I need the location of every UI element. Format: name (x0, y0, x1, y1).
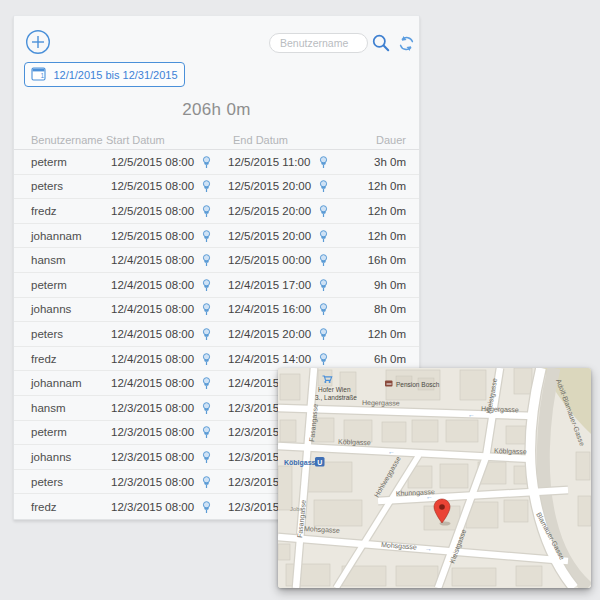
end-datetime-cell: 12/5/2015 00:00 (228, 254, 311, 266)
end-location-pin-icon[interactable] (317, 204, 330, 217)
start-location-pin-icon[interactable] (200, 155, 213, 168)
duration-cell: 6h 0m (374, 353, 406, 365)
header-end-datum: End Datum (233, 134, 288, 146)
start-datetime-cell: 12/3/2015 08:00 (111, 501, 194, 513)
username-cell: johanns (31, 451, 71, 463)
start-location-pin-icon[interactable] (200, 327, 213, 340)
start-datetime-cell: 12/4/2015 08:00 (111, 328, 194, 340)
end-location-pin-icon[interactable] (317, 278, 330, 291)
username-cell: peterm (31, 279, 67, 291)
username-cell: hansm (31, 402, 66, 414)
refresh-icon (397, 41, 416, 56)
duration-cell: 12h 0m (368, 328, 406, 340)
end-location-pin-icon[interactable] (317, 303, 330, 316)
start-datetime-cell: 12/3/2015 08:00 (111, 451, 194, 463)
start-location-pin-icon[interactable] (200, 204, 213, 217)
table-header: Benutzername Start Datum End Datum Dauer (14, 134, 419, 150)
start-datetime-cell: 12/4/2015 08:00 (111, 254, 194, 266)
start-location-pin-icon[interactable] (200, 352, 213, 365)
username-cell: johannam (31, 377, 82, 389)
end-location-pin-icon[interactable] (317, 229, 330, 242)
supermarket-label: 3., Landstraße (315, 394, 357, 401)
total-duration: 206h 0m (14, 100, 419, 120)
table-row[interactable]: peters 12/4/2015 08:00 12/4/2015 20:00 1… (14, 322, 419, 347)
username-cell: fredz (31, 205, 57, 217)
table-row[interactable]: johanns 12/4/2015 08:00 12/4/2015 16:00 … (14, 298, 419, 323)
end-datetime-cell: 12/3/2015 (228, 402, 279, 414)
username-cell: peterm (31, 156, 67, 168)
start-datetime-cell: 12/4/2015 08:00 (111, 303, 194, 315)
username-cell: fredz (31, 501, 57, 513)
table-row[interactable]: hansm 12/4/2015 08:00 12/5/2015 00:00 16… (14, 248, 419, 273)
end-datetime-cell: 12/3/2015 (228, 501, 279, 513)
end-location-pin-icon[interactable] (317, 180, 330, 193)
refresh-button[interactable] (396, 34, 416, 54)
start-datetime-cell: 12/5/2015 08:00 (111, 230, 194, 242)
search-input[interactable] (269, 33, 368, 53)
svg-text:U: U (317, 459, 322, 466)
start-location-pin-icon[interactable] (200, 278, 213, 291)
duration-cell: 16h 0m (368, 254, 406, 266)
start-datetime-cell: 12/4/2015 08:00 (111, 279, 194, 291)
end-location-pin-icon[interactable] (317, 352, 330, 365)
start-location-pin-icon[interactable] (200, 500, 213, 513)
end-location-pin-icon[interactable] (317, 155, 330, 168)
end-datetime-cell: 12/4/2015 (228, 377, 279, 389)
duration-cell: 3h 0m (374, 156, 406, 168)
end-datetime-cell: 12/5/2015 20:00 (228, 205, 311, 217)
start-location-pin-icon[interactable] (200, 450, 213, 463)
start-datetime-cell: 12/4/2015 08:00 (111, 377, 194, 389)
username-cell: hansm (31, 254, 66, 266)
start-location-pin-icon[interactable] (200, 180, 213, 193)
add-button[interactable] (25, 29, 51, 55)
username-cell: peters (31, 328, 63, 340)
end-datetime-cell: 12/5/2015 20:00 (228, 180, 311, 192)
ubahn-station-poi: Köblgasse U (284, 457, 325, 467)
start-datetime-cell: 12/3/2015 08:00 (111, 426, 194, 438)
username-cell: fredz (31, 353, 57, 365)
username-cell: peters (31, 476, 63, 488)
table-row[interactable]: peterm 12/4/2015 08:00 12/4/2015 17:00 9… (14, 273, 419, 298)
end-datetime-cell: 12/3/2015 (228, 426, 279, 438)
start-datetime-cell: 12/5/2015 08:00 (111, 156, 194, 168)
end-location-pin-icon[interactable] (317, 254, 330, 267)
end-datetime-cell: 12/4/2015 17:00 (228, 279, 311, 291)
duration-cell: 12h 0m (368, 205, 406, 217)
table-row[interactable]: peterm 12/5/2015 08:00 12/5/2015 11:00 3… (14, 150, 419, 175)
username-cell: johanns (31, 303, 71, 315)
header-benutzername: Benutzername (31, 134, 103, 146)
end-datetime-cell: 12/5/2015 11:00 (228, 156, 310, 168)
duration-cell: 12h 0m (368, 180, 406, 192)
start-datetime-cell: 12/5/2015 08:00 (111, 205, 194, 217)
map-popup[interactable]: Hegergasse Hegergasse Köblgasse Köblgass… (278, 368, 591, 588)
start-location-pin-icon[interactable] (200, 254, 213, 267)
end-location-pin-icon[interactable] (317, 327, 330, 340)
table-row[interactable]: peters 12/5/2015 08:00 12/5/2015 20:00 1… (14, 175, 419, 200)
end-datetime-cell: 12/5/2015 20:00 (228, 230, 311, 242)
date-range-button[interactable]: 1 12/1/2015 bis 12/31/2015 (24, 62, 185, 87)
start-location-pin-icon[interactable] (200, 303, 213, 316)
search-button[interactable] (371, 33, 391, 53)
calendar-icon: 1 (31, 66, 46, 84)
start-location-pin-icon[interactable] (200, 426, 213, 439)
pension-label: Pension Bosch (396, 381, 440, 388)
start-location-pin-icon[interactable] (200, 401, 213, 414)
search-icon (371, 41, 391, 56)
start-location-pin-icon[interactable] (200, 377, 213, 390)
station-label: Köblgasse (284, 459, 320, 467)
header-start-datum: Start Datum (106, 134, 165, 146)
duration-cell: 9h 0m (374, 279, 406, 291)
start-location-pin-icon[interactable] (200, 475, 213, 488)
end-datetime-cell: 12/4/2015 16:00 (228, 303, 311, 315)
start-location-pin-icon[interactable] (200, 229, 213, 242)
table-row[interactable]: johannam 12/5/2015 08:00 12/5/2015 20:00… (14, 224, 419, 249)
start-datetime-cell: 12/3/2015 08:00 (111, 476, 194, 488)
oneway-arrow-icon: → (425, 545, 432, 552)
end-datetime-cell: 12/4/2015 14:00 (228, 353, 311, 365)
oneway-arrow-icon: ↓ (490, 392, 494, 399)
plus-icon (25, 43, 51, 58)
end-datetime-cell: 12/3/2015 (228, 476, 279, 488)
start-datetime-cell: 12/5/2015 08:00 (111, 180, 194, 192)
end-datetime-cell: 12/4/2015 20:00 (228, 328, 311, 340)
table-row[interactable]: fredz 12/5/2015 08:00 12/5/2015 20:00 12… (14, 199, 419, 224)
